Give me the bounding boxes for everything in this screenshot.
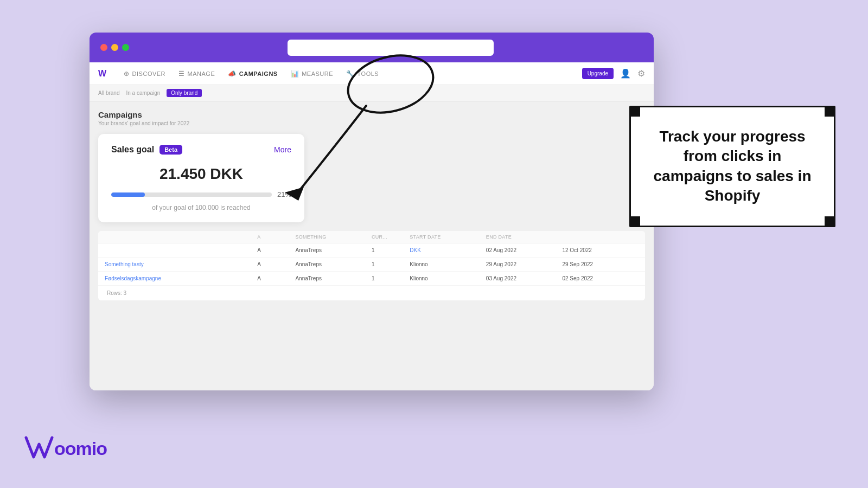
callout-text: Track your progress from clicks in campa… [648, 127, 816, 206]
progress-bar-background [111, 192, 272, 197]
row-2-name: Something tasty [105, 261, 257, 267]
sub-nav: All brand In a campaign Only brand [90, 85, 654, 101]
sub-nav-all-brand[interactable]: All brand [98, 90, 119, 96]
progress-percent: 21% [277, 190, 291, 198]
page-content: Campaigns Your brands' goal and impact f… [90, 101, 654, 390]
woomio-logo: oomio [22, 433, 119, 466]
row-2-type: A [257, 261, 295, 267]
progress-bar-fill [111, 192, 145, 197]
table-row: Fødselsdagskampagne A AnnaTreps 1 Klionn… [98, 272, 645, 286]
corner-tr [825, 106, 835, 117]
nav-item-measure[interactable]: 📊 Measure [291, 70, 333, 78]
progress-row: 21% [111, 190, 291, 198]
app-logo: W [98, 69, 106, 79]
browser-chrome [90, 33, 654, 62]
row-3-currency: Klionno [410, 275, 486, 281]
table-row: A AnnaTreps 1 DKK 02 Aug 2022 12 Oct 202… [98, 243, 645, 258]
traffic-lights [100, 44, 129, 51]
col-header-type: A [257, 234, 295, 240]
browser-window: W ⊕ Discover ☰ Manage 📣 Campaigns 📊 Meas… [90, 33, 654, 390]
sub-nav-in-campaign[interactable]: In a campaign [126, 90, 160, 96]
row-3-start: 03 Aug 2022 [486, 275, 563, 281]
sales-goal-card: Sales goal Beta More 21.450 DKK 21% of y… [98, 134, 304, 222]
table-header-row: A Something Cur... Start Date End Date [98, 231, 645, 243]
col-header-currency: Cur... [372, 234, 410, 240]
manage-icon: ☰ [178, 70, 185, 78]
minimize-button-icon[interactable] [111, 44, 118, 51]
nav-item-campaigns[interactable]: 📣 Campaigns [228, 70, 277, 78]
campaigns-table: A Something Cur... Start Date End Date A… [98, 231, 645, 300]
col-header-name [105, 234, 257, 240]
row-2-end: 29 Sep 2022 [562, 261, 639, 267]
measure-icon: 📊 [291, 70, 299, 78]
corner-tl [629, 106, 640, 117]
svg-text:oomio: oomio [54, 438, 107, 459]
tools-icon: 🔧 [346, 70, 355, 78]
col-header-end: End Date [486, 234, 563, 240]
table-row: Something tasty A AnnaTreps 1 Klionno 29… [98, 258, 645, 272]
row-1-count: 1 [372, 247, 410, 253]
row-2-col3: AnnaTreps [295, 261, 372, 267]
row-3-col3: AnnaTreps [295, 275, 372, 281]
nav-actions: Upgrade 👤 ⚙ [582, 68, 645, 79]
row-1-start: 02 Aug 2022 [486, 247, 563, 253]
card-title-group: Sales goal Beta [111, 145, 182, 155]
callout-box: Track your progress from clicks in campa… [629, 106, 835, 227]
campaigns-icon: 📣 [228, 70, 237, 78]
user-icon[interactable]: 👤 [620, 68, 631, 79]
nav-item-discover[interactable]: ⊕ Discover [124, 70, 165, 78]
more-link[interactable]: More [274, 145, 291, 154]
col-header-extra [562, 234, 639, 240]
row-3-count: 1 [372, 275, 410, 281]
close-button-icon[interactable] [100, 44, 107, 51]
row-1-end: 12 Oct 2022 [562, 247, 639, 253]
corner-bl [629, 216, 640, 227]
upgrade-button[interactable]: Upgrade [582, 68, 614, 79]
row-1-type: A [257, 247, 295, 253]
row-1-col3: AnnaTreps [295, 247, 372, 253]
nav-item-manage[interactable]: ☰ Manage [178, 70, 215, 78]
main-nav: W ⊕ Discover ☰ Manage 📣 Campaigns 📊 Meas… [90, 62, 654, 85]
card-header: Sales goal Beta More [111, 145, 291, 155]
goal-text: of your goal of 100.000 is reached [111, 204, 291, 211]
page-subtitle: Your brands' goal and impact for 2022 [98, 120, 645, 126]
row-3-name: Fødselsdagskampagne [105, 275, 257, 281]
row-2-start: 29 Aug 2022 [486, 261, 563, 267]
row-2-count: 1 [372, 261, 410, 267]
settings-icon[interactable]: ⚙ [637, 68, 645, 79]
col-header-col3: Something [295, 234, 372, 240]
page-title: Campaigns [98, 110, 645, 119]
fullscreen-button-icon[interactable] [122, 44, 129, 51]
row-3-type: A [257, 275, 295, 281]
col-header-start: Start Date [410, 234, 486, 240]
row-1-currency: DKK [410, 247, 486, 253]
address-bar[interactable] [288, 40, 494, 56]
amount-display: 21.450 DKK [111, 165, 291, 183]
row-3-end: 02 Sep 2022 [562, 275, 639, 281]
row-2-currency: Klionno [410, 261, 486, 267]
sub-nav-only-brand[interactable]: Only brand [167, 89, 202, 97]
app-content: W ⊕ Discover ☰ Manage 📣 Campaigns 📊 Meas… [90, 62, 654, 390]
nav-item-tools[interactable]: 🔧 Tools [346, 70, 379, 78]
beta-badge: Beta [159, 145, 182, 155]
table-footer: Rows: 3 [98, 286, 645, 300]
discover-icon: ⊕ [124, 70, 130, 78]
card-title: Sales goal [111, 145, 154, 155]
corner-br [825, 216, 835, 227]
